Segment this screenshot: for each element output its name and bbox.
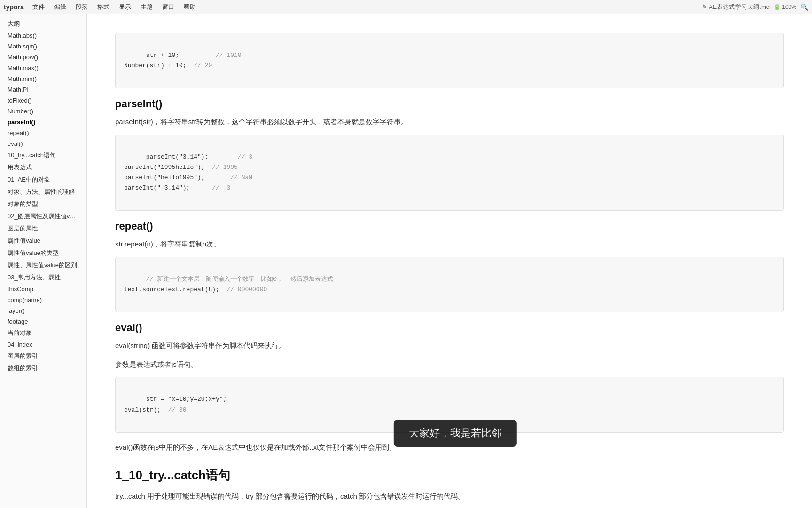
sidebar-item-layer-index[interactable]: 图层的索引 — [0, 350, 86, 362]
menu-file[interactable]: 文件 — [28, 2, 49, 12]
sidebar-item-obj-types[interactable]: 对象的类型 — [0, 198, 86, 210]
sidebar: 大纲 Math.abs() Math.sqrt() Math.pow() Mat… — [0, 14, 87, 508]
sidebar-item-index[interactable]: 04_index — [0, 339, 86, 350]
sidebar-item-repeat[interactable]: repeat() — [0, 127, 86, 138]
trycatch-desc: try...catch 用于处理可能出现错误的代码，try 部分包含需要运行的代… — [115, 490, 784, 502]
eval-line2: eval(str); — [124, 406, 168, 413]
eval-line1: str = "x=10;y=20;x+y"; — [146, 396, 227, 403]
sidebar-item-layer-property[interactable]: 图层的属性 — [0, 222, 86, 235]
repeat-desc: str.repeat(n)，将字符串复制n次。 — [115, 238, 784, 250]
parseint-title: parseInt() — [115, 98, 784, 110]
menu-window[interactable]: 窗口 — [157, 2, 179, 12]
eval-comment2: // 30 — [168, 406, 187, 413]
repeat-code-block: // 新建一个文本层，随便输入一个数字，比如0， 然后添加表达式 text.so… — [115, 257, 784, 312]
sidebar-item-number[interactable]: Number() — [0, 106, 86, 117]
parseint-comment2: // 1995 — [212, 164, 238, 171]
sidebar-item-common-methods[interactable]: 03_常用方法、属性 — [0, 271, 86, 284]
eval-desc1: eval(string) 函数可将参数字符串作为脚本代码来执行。 — [115, 340, 784, 352]
top-code-comment1: // 1010 — [216, 52, 242, 59]
top-code-comment2: // 20 — [194, 62, 212, 69]
battery-icon: 🔋 100% — [773, 4, 796, 10]
parseint-comment4: // -3 — [212, 184, 230, 191]
menu-theme[interactable]: 主题 — [136, 2, 157, 12]
sidebar-item-obj-method-prop[interactable]: 对象、方法、属性的理解 — [0, 186, 86, 198]
sidebar-item-ae-objects[interactable]: 01_AE中的对象 — [0, 174, 86, 186]
sidebar-item-layer-attr[interactable]: 02_图层属性及属性值value — [0, 210, 86, 222]
repeat-line2: text.sourceText.repeat(8); — [124, 286, 226, 293]
sidebar-item-parseint[interactable]: parseInt() — [0, 117, 86, 127]
menu-paragraph[interactable]: 段落 — [71, 2, 93, 12]
menu-bar: typora 文件 编辑 段落 格式 显示 主题 窗口 帮助 ✎ AE表达式学习… — [0, 0, 812, 14]
sidebar-item-current-obj[interactable]: 当前对象 — [0, 327, 86, 339]
parseint-line4: parseInt("-3.14"); — [124, 184, 212, 191]
sidebar-item-thiscomp[interactable]: thisComp — [0, 284, 86, 294]
top-code-block: str + 10; // 1010 Number(str) + 10; // 2… — [115, 33, 784, 88]
parseint-desc: parseInt(str)，将字符串str转为整数，这个字符串必须以数字开头，或… — [115, 116, 784, 128]
search-icon[interactable]: 🔍 — [800, 3, 808, 11]
sidebar-item-trycatch[interactable]: 10_try...catch语句 — [0, 149, 86, 161]
parseint-line1: parseInt("3.14"); — [146, 153, 238, 160]
parseint-comment3: // NaN — [230, 174, 252, 181]
parseint-line3: parseInt("hello1995"); — [124, 174, 230, 181]
eval-title: eval() — [115, 322, 784, 334]
sidebar-item-attr-value[interactable]: 属性值value — [0, 235, 86, 247]
menu-edit[interactable]: 编辑 — [49, 2, 71, 12]
menu-view[interactable]: 显示 — [114, 2, 136, 12]
sidebar-item-math-abs[interactable]: Math.abs() — [0, 30, 86, 41]
sidebar-item-comp-name[interactable]: comp(name) — [0, 294, 86, 305]
repeat-comment1: // 新建一个文本层，随便输入一个数字，比如0， 然后添加表达式 — [146, 276, 333, 283]
parseint-line2: parseInt("1995hello"); — [124, 164, 212, 171]
menu-help[interactable]: 帮助 — [179, 2, 201, 12]
repeat-comment2: // 00000000 — [226, 286, 267, 293]
sidebar-item-math-pow[interactable]: Math.pow() — [0, 52, 86, 63]
sidebar-item-math-pi[interactable]: Math.PI — [0, 84, 86, 95]
sidebar-item-eval[interactable]: eval() — [0, 138, 86, 149]
sidebar-item-attr-diff[interactable]: 属性、属性值value的区别 — [0, 259, 86, 271]
top-code-line1: str + 10; — [146, 52, 216, 59]
sidebar-item-layer[interactable]: layer() — [0, 305, 86, 316]
parseint-code-block: parseInt("3.14"); // 3 parseInt("1995hel… — [115, 135, 784, 211]
sidebar-item-array-index[interactable]: 数组的索引 — [0, 362, 86, 374]
sidebar-item-tofixed[interactable]: toFixed() — [0, 95, 86, 106]
menu-format[interactable]: 格式 — [93, 2, 114, 12]
top-code-line2: Number(str) + 10; — [124, 62, 194, 69]
overlay-tooltip: 大家好，我是若比邻 — [394, 420, 517, 447]
sidebar-item-math-min[interactable]: Math.min() — [0, 73, 86, 84]
sidebar-item-expression[interactable]: 用表达式 — [0, 161, 86, 174]
trycatch-title: 1_10_try...catch语句 — [115, 467, 784, 484]
sidebar-item-footage[interactable]: footage — [0, 316, 86, 327]
app-name: typora — [4, 3, 24, 11]
menu-right-icons: ✎ AE表达式学习大纲.md 🔋 100% 🔍 — [702, 3, 808, 11]
sidebar-outline-title: 大纲 — [0, 18, 86, 30]
parseint-comment1: // 3 — [238, 153, 252, 160]
eval-desc2: 参数是表达式或者js语句。 — [115, 358, 784, 371]
repeat-title: repeat() — [115, 220, 784, 232]
sidebar-item-math-max[interactable]: Math.max() — [0, 63, 86, 73]
sidebar-item-attr-value-type[interactable]: 属性值value的类型 — [0, 247, 86, 259]
menu-breadcrumb: ✎ AE表达式学习大纲.md — [702, 3, 770, 11]
sidebar-item-math-sqrt[interactable]: Math.sqrt() — [0, 41, 86, 52]
